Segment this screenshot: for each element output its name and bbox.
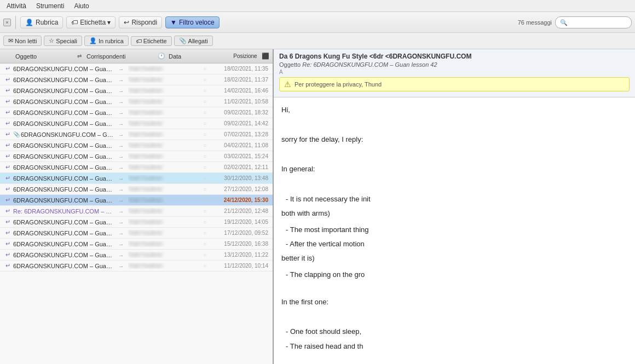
non-letti-button[interactable]: ✉ Non letti [3,36,42,46]
arrow-icon: → [118,99,124,105]
message-row[interactable]: ↵6DRAGONSKUNGFU.COM – Guan lesson 57→Tod… [0,63,273,74]
reply-icon: ↵ [2,109,13,116]
message-row[interactable]: ↵6DRAGONSKUNGFU.COM – Guan lesson 41→Tod… [0,250,273,261]
body-paragraph: - One foot should sleep, [286,326,627,338]
menu-bar: Attività Strumenti Aiuto [0,0,635,12]
read-indicator: ○ [199,66,210,72]
read-indicator: ○ [199,208,210,214]
filtro-veloce-label: Filtro veloce [179,19,215,26]
message-row[interactable]: ↵📎6DRAGONSKUNGFU.COM – Guan lesson 51→To… [0,129,273,140]
message-row[interactable]: ↵6DRAGONSKUNGFU.COM – Guan lesson 42→Tod… [0,195,273,206]
thread-arrows: → [114,164,128,171]
search-input[interactable] [555,16,632,28]
person-icon: 👤 [89,37,97,44]
message-row[interactable]: ↵6DRAGONSKUNGFU.COM – Guan lesson 54→Tod… [0,96,273,107]
menu-strumenti[interactable]: Strumenti [32,1,68,11]
message-row[interactable]: ↵6DRAGONSKUNGFU.COM – Guan lesson 47→Tod… [0,173,273,184]
message-subject: 6DRAGONSKUNGFU.COM – Guan lesson 51 [21,131,114,138]
subject-column-header[interactable]: Oggetto [2,53,72,60]
reply-icon: ↵ [2,65,13,72]
message-row[interactable]: ↵Re: 6DRAGONSKUNGFU.COM – Guan lesson 45… [0,206,273,217]
resize-handle[interactable]: ⬛ [262,53,270,60]
reply-icon: ↵ [2,76,13,83]
read-indicator: ○ [199,175,210,181]
position-column-header[interactable]: Posizione [229,53,262,59]
read-indicator: ○ [199,241,210,247]
message-row[interactable]: ↵6DRAGONSKUNGFU.COM – Guan lesson 40→Tod… [0,261,273,271]
message-date: 24/12/2020, 15:30 [210,197,270,203]
message-list-panel: Oggetto ⇄ Corrispondenti 🕐 Data Posizion… [0,49,274,364]
message-row[interactable]: ↵6DRAGONSKUNGFU.COM – Guan lesson 53→Tod… [0,107,273,118]
read-indicator: ○ [199,131,210,137]
message-row[interactable]: ↵6DRAGONSKUNGFU.COM – Guan lesson 52→Tod… [0,118,273,129]
in-rubrica-label: In rubrica [99,38,124,44]
correspondent-name: Todd Faulkner [128,164,199,170]
separator-1 [15,16,16,29]
paperclip-icon: 📎 [179,37,187,44]
message-date: 21/12/2020, 12:48 [210,208,270,214]
message-row[interactable]: ↵6DRAGONSKUNGFU.COM – Guan lesson 56→Tod… [0,74,273,85]
message-subject: 6DRAGONSKUNGFU.COM – Guan lesson 40 [13,263,114,269]
message-row[interactable]: ↵6DRAGONSKUNGFU.COM – Guan lesson 46→Tod… [0,184,273,195]
search-container: 76 messaggi [518,16,632,28]
main-content: Oggetto ⇄ Corrispondenti 🕐 Data Posizion… [0,49,635,364]
message-date: 11/12/2020, 10:14 [210,263,270,269]
etichette-filter-button[interactable]: 🏷 Etichette [131,36,172,46]
message-date: 13/12/2020, 11:22 [210,252,270,258]
message-row[interactable]: ↵6DRAGONSKUNGFU.COM – Guan lesson 43→Tod… [0,228,273,239]
message-subject: 6DRAGONSKUNGFU.COM – Guan lesson 53 [13,109,114,116]
close-button[interactable]: × [3,19,11,26]
correspondent-name: Todd Faulkner [128,77,199,83]
correspondent-name: Todd Faulkner [128,120,199,126]
thread-arrows: → [114,186,128,193]
filter-icon: ▼ [170,19,177,26]
message-date: 02/02/2021, 12:11 [210,164,270,170]
message-row[interactable]: ↵6DRAGONSKUNGFU.COM – Guan lesson 49→Tod… [0,151,273,162]
non-letti-label: Non letti [15,38,37,44]
read-indicator: ○ [199,88,210,94]
arrow-icon: → [118,165,124,171]
message-subject: 6DRAGONSKUNGFU.COM – Guan lesson 46 [13,186,114,193]
read-indicator: ○ [199,263,210,269]
correspondent-name: Todd Faulkner [128,230,199,236]
message-date: 30/12/2020, 13:48 [210,175,270,181]
filtro-veloce-button[interactable]: ▼ Filtro veloce [165,16,220,28]
read-indicator: ○ [199,142,210,148]
in-rubrica-button[interactable]: 👤 In rubrica [84,36,129,46]
message-subject: 6DRAGONSKUNGFU.COM – Guan lesson 42 [13,241,114,247]
body-paragraph: - The most important thing [286,224,627,236]
privacy-warning[interactable]: ⚠ Per proteggere la privacy, Thund [279,77,630,91]
reply-icon: ↵ [2,87,13,94]
body-paragraph: In the first one: [281,296,627,308]
message-row[interactable]: ↵6DRAGONSKUNGFU.COM – Guan lesson 48→Tod… [0,162,273,173]
rubrica-label: Rubrica [36,19,58,26]
message-row[interactable]: ↵6DRAGONSKUNGFU.COM – Guan lesson 50→Tod… [0,140,273,151]
date-column-header[interactable]: Data [169,53,229,60]
rispondi-button[interactable]: ↩ Rispondi [119,16,162,28]
speciali-button[interactable]: ☆ Speciali [44,36,82,46]
rubrica-button[interactable]: 👤 Rubrica [20,16,63,28]
preview-from: Da 6 Dragons Kung Fu Style <6dr <6DRAGON… [279,53,630,60]
correspondents-column-header[interactable]: Corrispondenti [86,53,158,60]
read-indicator: ○ [199,120,210,126]
thread-arrows: → [114,88,128,94]
body-paragraph [281,120,627,132]
allegati-button[interactable]: 📎 Allegati [174,36,213,46]
menu-aiuto[interactable]: Aiuto [70,1,93,11]
reply-icon: ↵ [2,251,13,258]
reply-icon: ↵ [2,175,13,182]
body-paragraph [281,283,627,295]
etichetta-button[interactable]: 🏷 Etichetta ▾ [66,16,116,28]
thread-arrows: → [114,99,128,105]
reply-icon: ↵ [2,240,13,247]
message-row[interactable]: ↵6DRAGONSKUNGFU.COM – Guan lesson 42→Tod… [0,239,273,250]
reply-icon: ↵ [2,142,13,149]
thread-arrows: → [114,219,128,226]
menu-attivita[interactable]: Attività [2,1,31,11]
thread-arrows: → [114,175,128,182]
message-row[interactable]: ↵6DRAGONSKUNGFU.COM – Guan lesson 44→Tod… [0,217,273,228]
body-paragraph [281,180,627,192]
message-row[interactable]: ↵6DRAGONSKUNGFU.COM – Guan lesson 55→Tod… [0,85,273,96]
message-preview-panel: Da 6 Dragons Kung Fu Style <6dr <6DRAGON… [274,49,635,364]
correspondent-name: Todd Faulkner [128,153,199,159]
